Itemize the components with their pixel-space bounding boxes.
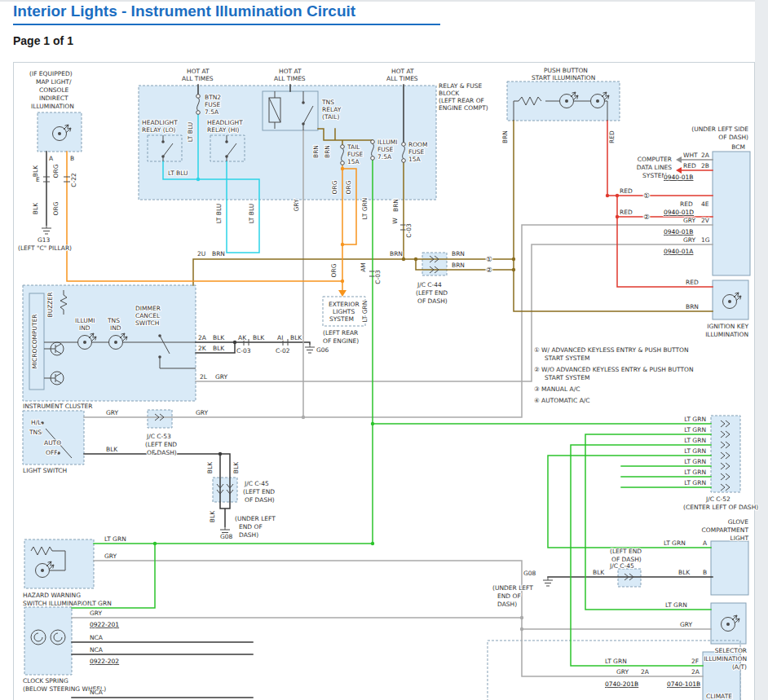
diagram-label: ④ AUTOMATIC A/C	[534, 397, 590, 404]
diagram-label: 0740-101B	[667, 680, 700, 688]
diagram-label: LT BLU	[248, 204, 255, 224]
title-underline	[13, 24, 440, 25]
diagram-label: TAIL	[346, 143, 360, 151]
diagram-label: LT GRN	[684, 447, 706, 455]
diagram-label: BLK	[106, 446, 118, 453]
diagram-label: START ILLUMINATION	[532, 74, 595, 81]
diagram-label: GRY	[683, 217, 696, 224]
diagram-label: ILLUMINATION	[704, 655, 747, 663]
diagram-label: LT BLU	[187, 122, 194, 143]
diagram-label: 2K	[198, 345, 207, 352]
diagram-label: BLK	[206, 461, 214, 473]
diagram-label: BLK	[253, 334, 265, 341]
diagram-label: HOT AT	[187, 68, 210, 75]
diagram-label: AUTO	[44, 439, 61, 447]
diagram-label: BLK	[32, 165, 39, 177]
diagram-label: LT GRN	[684, 416, 706, 423]
diagram-label: 2A	[701, 152, 710, 159]
diagram-label: (UNDER LEFT SIDE	[691, 125, 748, 133]
diagram-label: 0940-01B	[664, 228, 693, 236]
circuit-diagram: (IF EQUIPPED)MAP LIGHT/CONSOLEINDIRECTIL…	[0, 0, 768, 700]
diagram-label: LT GRN	[684, 426, 706, 434]
diagram-label: BLK	[678, 569, 691, 576]
diagram-label: A	[49, 155, 54, 162]
diagram-label: G06	[316, 346, 329, 354]
diagram-label: OF DASH)	[245, 496, 275, 504]
diagram-label: 2A	[198, 334, 207, 341]
diagram-label: LT GRN	[684, 458, 706, 465]
diagram-label: GRY	[215, 373, 228, 381]
diagram-label: ② W/O ADVANCED KEYLESS ENTRY & PUSH BUTT…	[534, 366, 694, 373]
diagram-label: (A/T)	[732, 663, 747, 671]
diagram-label: 1G	[701, 236, 710, 244]
diagram-label: ③ MANUAL A/C	[534, 385, 580, 393]
diagram-label: J/C C-45	[609, 562, 634, 570]
diagram-label: TNS	[107, 317, 120, 324]
wiring-diagram-page: Interior Lights - Instrument Illuminatio…	[0, 0, 768, 700]
diagram-label: FUSE	[377, 146, 394, 153]
diagram-label: RED	[620, 209, 633, 216]
diagram-label: 2A	[691, 668, 700, 676]
box-hazard-warning-switch	[24, 539, 94, 588]
diagram-label: C-03	[374, 270, 382, 284]
diagram-label: (CENTER LEFT OF DASH)	[683, 504, 758, 511]
diagram-label: GRY	[680, 621, 693, 628]
diagram-label: LT BLU	[168, 169, 188, 177]
diagram-label: ②	[643, 213, 650, 221]
diagram-label: 2B	[701, 162, 709, 169]
diagram-label: J/C C-52	[705, 495, 730, 503]
box-jc-c52	[711, 416, 740, 492]
box-ignition-key-illumination	[713, 280, 748, 319]
diagram-label: BLK	[290, 334, 302, 341]
diagram-label: LT GRN	[104, 535, 126, 543]
diagram-label: CLIMATE	[706, 693, 732, 700]
diagram-label: BLK	[32, 202, 39, 214]
diagram-label: 7.5A	[377, 153, 392, 161]
diagram-label: ORG	[52, 201, 60, 215]
diagram-label: HOT AT	[391, 68, 414, 75]
diagram-label: BLK	[593, 569, 605, 576]
diagram-label: NCA	[90, 646, 104, 654]
diagram-label: INDIRECT	[39, 95, 68, 102]
diagram-label: BRN	[312, 145, 320, 158]
page-indicator: Page 1 of 1	[13, 34, 440, 47]
diagram-label: BRN	[501, 130, 509, 143]
diagram-label: 7.5A	[205, 108, 219, 116]
diagram-label: LIGHT SWITCH	[23, 467, 67, 474]
diagram-label: ALL TIMES	[274, 75, 306, 82]
diagram-label: ALL TIMES	[182, 75, 214, 82]
diagram-label: ROOM	[408, 141, 428, 148]
page-title: Interior Lights - Instrument Illuminatio…	[13, 2, 440, 20]
diagram-label: 15A	[347, 158, 360, 165]
diagram-label: LT GRN	[361, 301, 369, 323]
diagram-label: J/C C-44	[417, 281, 442, 288]
diagram-label: RELAY & FUSE	[439, 82, 483, 90]
diagram-label: ORG	[52, 164, 60, 178]
diagram-label: BRN	[686, 303, 699, 310]
diagram-label: ORG	[331, 180, 338, 194]
diagram-label: J/C C-53	[146, 433, 171, 440]
diagram-label: GRY	[293, 199, 300, 212]
diagram-label: ALL TIMES	[386, 75, 418, 82]
diagram-label: ①	[643, 192, 650, 200]
diagram-label: (IF EQUIPPED)	[29, 70, 73, 77]
diagram-label: OF ENGINE)	[323, 337, 359, 345]
diagram-label: SYSTEM	[329, 315, 354, 323]
diagram-label: RELAY (LO)	[142, 126, 176, 134]
diagram-label: END OF	[239, 523, 263, 531]
diagram-label: BRN	[324, 145, 331, 158]
diagram-label: (LEFT END	[610, 548, 642, 555]
diagram-label: 0740-201B	[605, 680, 638, 688]
diagram-label: (LEFT REAR	[323, 329, 358, 337]
diagram-label: (LEFT END	[416, 289, 448, 297]
diagram-label: CONSOLE	[39, 86, 69, 94]
diagram-label: GRY	[616, 668, 629, 676]
diagram-label: OFF	[46, 449, 58, 456]
diagram-label: MAP LIGHT/	[36, 78, 72, 86]
diagram-label: (LEFT END	[243, 488, 275, 495]
diagram-label: 2L	[200, 373, 208, 381]
diagram-label: LT GRN	[605, 658, 627, 665]
diagram-label: C-22	[70, 173, 77, 187]
diagram-label: DATA LINES	[637, 164, 672, 171]
diagram-label: RELAY	[322, 106, 342, 113]
